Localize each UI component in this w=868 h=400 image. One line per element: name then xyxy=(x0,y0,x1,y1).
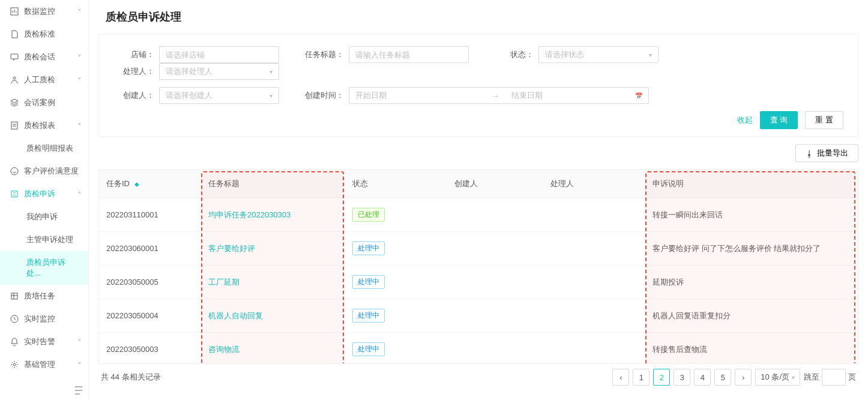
cell-title: 咨询物流 xyxy=(201,333,345,365)
cell-id: 202203050003 xyxy=(99,333,201,365)
chevron-down-icon: ˅ xyxy=(78,77,81,83)
status-badge: 处理中 xyxy=(352,309,385,323)
filter-handler-label: 处理人： xyxy=(113,66,154,77)
report-icon xyxy=(10,121,19,130)
chart-icon xyxy=(10,7,19,16)
sidebar-item-label: 质检申诉 xyxy=(24,189,55,199)
cell-creator xyxy=(447,232,543,265)
page-4[interactable]: 4 xyxy=(694,369,711,386)
sidebar-item-质检会话[interactable]: 质检会话˅ xyxy=(0,46,88,68)
page-next[interactable]: › xyxy=(735,369,752,386)
sidebar-item-数据监控[interactable]: 数据监控˅ xyxy=(0,0,88,23)
chevron-down-icon: ˅ xyxy=(78,339,81,345)
filter-status-select[interactable]: 请选择状态▾ xyxy=(538,46,659,63)
page-1[interactable]: 1 xyxy=(633,369,649,386)
svg-point-2 xyxy=(13,77,16,79)
sidebar-item-label: 质检标准 xyxy=(24,29,55,40)
smile-icon xyxy=(10,166,19,176)
task-title-link[interactable]: 工厂延期 xyxy=(208,277,240,286)
page-2[interactable]: 2 xyxy=(653,369,670,386)
page-prev[interactable]: ‹ xyxy=(612,369,629,386)
status-badge: 处理中 xyxy=(352,342,385,356)
cell-status: 处理中 xyxy=(345,299,447,333)
cell-creator xyxy=(447,265,543,299)
appeals-table: 任务ID ◆ 任务标题 状态 创建人 处理人 申诉说明 202203110001… xyxy=(99,170,858,364)
sidebar-item-质检申诉[interactable]: 质检申诉˄ xyxy=(0,183,88,205)
sidebar-item-实时监控[interactable]: 实时监控 xyxy=(0,308,88,330)
filter-panel: 店铺： 任务标题： 状态： 请选择状态▾ 处理人： 请选择处理人▾ xyxy=(98,34,858,137)
sidebar-subitem-主管申诉处理[interactable]: 主管申诉处理 xyxy=(0,228,88,251)
sidebar-item-质检报表[interactable]: 质检报表˄ xyxy=(0,114,88,137)
sidebar-subitem-质检员申诉处...[interactable]: 质检员申诉处... xyxy=(0,251,88,285)
sidebar-item-客户评价满意度[interactable]: 客户评价满意度 xyxy=(0,160,88,183)
col-task-id[interactable]: 任务ID ◆ xyxy=(99,170,201,198)
svg-point-4 xyxy=(11,168,18,175)
col-creator: 创建人 xyxy=(447,170,543,198)
filter-title-input[interactable] xyxy=(349,46,469,63)
filter-status-label: 状态： xyxy=(493,49,534,60)
table-row: 202203050004机器人自动回复处理中机器人回复语重复扣分 xyxy=(99,299,858,333)
sidebar-collapse-toggle[interactable] xyxy=(74,386,83,395)
cell-title: 客户要给好评 xyxy=(201,232,345,265)
cell-desc: 机器人回复语重复扣分 xyxy=(645,299,858,333)
cell-desc: 延期投诉 xyxy=(645,265,858,299)
sidebar-item-会话案例[interactable]: 会话案例 xyxy=(0,91,88,114)
filter-time-label: 创建时间： xyxy=(303,90,344,101)
filter-handler-select[interactable]: 请选择处理人▾ xyxy=(159,63,279,80)
sidebar-item-质检标准[interactable]: 质检标准 xyxy=(0,23,88,46)
sidebar-item-质培任务[interactable]: 质培任务 xyxy=(0,285,88,308)
doc-icon xyxy=(10,29,19,39)
filter-creator-label: 创建人： xyxy=(113,90,154,101)
sidebar-item-实时告警[interactable]: 实时告警˅ xyxy=(0,330,88,353)
chat-icon xyxy=(10,52,19,62)
filter-creator-select[interactable]: 请选择创建人▾ xyxy=(159,87,279,104)
sidebar-item-人工质检[interactable]: 人工质检˅ xyxy=(0,68,88,91)
clock-icon xyxy=(10,314,19,324)
cell-handler xyxy=(543,198,645,232)
cell-title: 机器人自动回复 xyxy=(201,299,345,333)
chevron-down-icon: ▾ xyxy=(270,68,273,75)
sidebar-subitem-我的申诉[interactable]: 我的申诉 xyxy=(0,205,88,228)
sidebar-item-基础管理[interactable]: 基础管理˅ xyxy=(0,353,88,376)
table-row: 202203050005工厂延期处理中延期投诉 xyxy=(99,265,858,299)
bell-icon xyxy=(10,337,19,347)
filter-shop-input[interactable] xyxy=(159,46,279,63)
col-desc: 申诉说明 xyxy=(645,170,858,198)
jump-input[interactable] xyxy=(822,369,846,386)
sidebar-item-label: 实时监控 xyxy=(24,314,55,324)
sidebar-item-label: 质检报表 xyxy=(24,120,55,131)
export-button[interactable]: ⭳ 批量导出 xyxy=(795,144,858,162)
cell-status: 已处理 xyxy=(345,198,447,232)
sidebar-item-label: 数据监控 xyxy=(24,6,55,17)
collapse-filters-link[interactable]: 收起 xyxy=(737,115,753,126)
search-button[interactable]: 查 询 xyxy=(760,111,798,129)
table-row: 202203050003咨询物流处理中转接售后查物流 xyxy=(99,333,858,365)
cell-status: 处理中 xyxy=(345,232,447,265)
sidebar-subitem-质检明细报表[interactable]: 质检明细报表 xyxy=(0,137,88,160)
reset-button[interactable]: 重 置 xyxy=(805,111,843,129)
filter-date-range[interactable]: 开始日期 → 结束日期 📅 xyxy=(349,87,649,104)
cell-status: 处理中 xyxy=(345,333,447,365)
col-status: 状态 xyxy=(345,170,447,198)
gear-icon xyxy=(10,360,19,369)
cell-id: 202203110001 xyxy=(99,198,201,232)
svg-rect-6 xyxy=(11,293,17,299)
cell-creator xyxy=(447,198,543,232)
task-title-link[interactable]: 机器人自动回复 xyxy=(208,311,263,320)
task-title-link[interactable]: 均申诉任务2022030303 xyxy=(208,210,291,219)
svg-rect-3 xyxy=(11,122,17,129)
chevron-down-icon: ˅ xyxy=(78,8,81,15)
chevron-down-icon: ▾ xyxy=(270,92,273,99)
page-5[interactable]: 5 xyxy=(714,369,731,386)
task-title-link[interactable]: 咨询物流 xyxy=(208,345,240,354)
sort-icon: ◆ xyxy=(134,183,139,186)
page-3[interactable]: 3 xyxy=(674,369,690,386)
layers-icon xyxy=(10,98,19,108)
task-title-link[interactable]: 客户要给好评 xyxy=(208,244,255,253)
cell-desc: 客户要给好评 问了下怎么服务评价 结果就扣分了 xyxy=(645,232,858,265)
table-container: 任务ID ◆ 任务标题 状态 创建人 处理人 申诉说明 202203110001… xyxy=(98,169,858,364)
cell-creator xyxy=(447,333,543,365)
jump-label: 跳至 xyxy=(804,372,819,383)
status-badge: 处理中 xyxy=(352,241,385,255)
page-size-select[interactable]: 10 条/页▾ xyxy=(755,369,800,386)
